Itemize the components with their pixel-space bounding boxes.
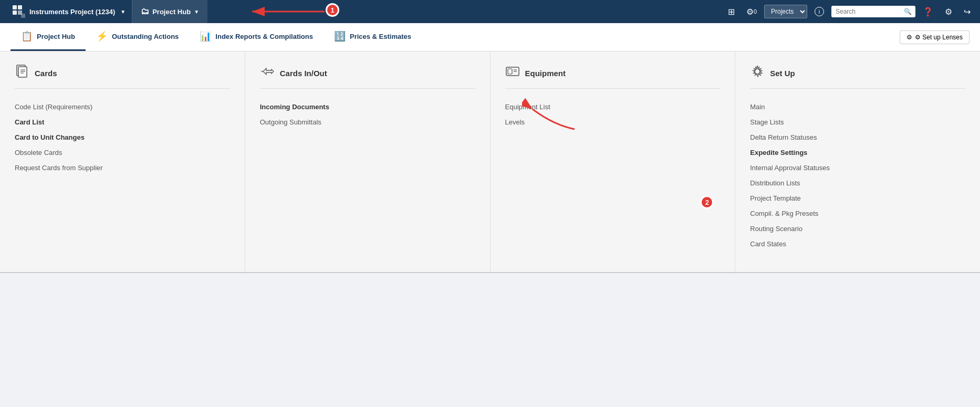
search-box[interactable]: 🔍	[831, 6, 915, 17]
top-nav: Instruments Project (1234) ▼ 🗂 Project H…	[0, 0, 980, 23]
search-icon: 🔍	[904, 8, 912, 15]
cards-col-header: Cards	[15, 64, 230, 89]
subnav-prices-estimates[interactable]: 🔢 Prices & Estimates	[324, 23, 422, 51]
subnav-project-hub-label: Project Hub	[37, 33, 75, 40]
svg-rect-4	[21, 14, 25, 18]
cards-inout-col-title: Cards In/Out	[280, 69, 327, 78]
project-hub-nav-btn[interactable]: 🗂 Project Hub ▼	[132, 0, 207, 23]
menu-link-card-unit-changes[interactable]: Card to Unit Changes	[15, 130, 230, 145]
grid-icon: ⊞	[728, 7, 735, 17]
subnav-outstanding-actions[interactable]: ⚡ Outstanding Actions	[86, 23, 189, 51]
mega-menu-body: Cards Code List (Requirements) Card List…	[0, 51, 980, 272]
menu-link-code-list[interactable]: Code List (Requirements)	[15, 99, 230, 114]
equipment-col-icon	[505, 64, 520, 82]
menu-link-distribution-lists[interactable]: Distribution Lists	[750, 175, 965, 191]
menu-col-cards-inout: Cards In/Out Incoming Documents Outgoing…	[245, 51, 491, 272]
menu-link-internal-approval[interactable]: Internal Approval Statuses	[750, 160, 965, 175]
logout-icon-btn[interactable]: ↪	[960, 5, 975, 19]
svg-rect-0	[13, 5, 17, 9]
svg-rect-14	[508, 69, 512, 74]
equipment-col-header: Equipment	[505, 64, 721, 89]
subnav-project-hub[interactable]: 📋 Project Hub	[11, 23, 86, 51]
help-icon: ❓	[923, 7, 933, 17]
menu-col-setup: Set Up Main Stage Lists Delta Return Sta…	[735, 51, 980, 272]
prices-icon: 🔢	[334, 30, 346, 42]
menu-link-card-list[interactable]: Card List	[15, 114, 230, 130]
setup-lenses-icon: ⚙	[906, 34, 912, 41]
svg-rect-2	[13, 11, 17, 15]
project-dropdown-icon[interactable]: ▼	[120, 9, 126, 15]
logout-icon: ↪	[964, 7, 971, 17]
info-icon: i	[815, 7, 824, 16]
menu-link-main[interactable]: Main	[750, 99, 965, 114]
logo-area: Instruments Project (1234) ▼	[5, 0, 132, 23]
menu-link-project-template[interactable]: Project Template	[750, 191, 965, 206]
gear-icon: ⚙	[746, 7, 754, 17]
subnav-index-reports-label: Index Reports & Compilations	[215, 33, 313, 40]
menu-link-request-cards[interactable]: Request Cards from Supplier	[15, 160, 230, 175]
cards-inout-col-icon	[260, 64, 275, 82]
menu-link-card-states[interactable]: Card States	[750, 236, 965, 252]
menu-col-cards: Cards Code List (Requirements) Card List…	[0, 51, 245, 272]
svg-rect-1	[18, 5, 22, 9]
settings-count: 0	[754, 8, 757, 15]
menu-link-incoming-docs[interactable]: Incoming Documents	[260, 99, 475, 114]
equipment-col-title: Equipment	[525, 69, 566, 78]
menu-link-levels[interactable]: Levels	[505, 114, 721, 130]
settings-count-btn[interactable]: ⚙ 0	[742, 5, 761, 19]
user-settings-icon: ⚙	[945, 7, 952, 17]
subnav-outstanding-actions-label: Outstanding Actions	[112, 33, 179, 40]
cards-col-icon	[15, 64, 29, 82]
lightning-icon: ⚡	[96, 30, 108, 42]
grid-icon-btn[interactable]: ⊞	[724, 5, 739, 19]
setup-col-title: Set Up	[770, 69, 795, 78]
menu-link-obsolete-cards[interactable]: Obsolete Cards	[15, 145, 230, 160]
mega-menu: 📋 Project Hub ⚡ Outstanding Actions 📊 In…	[0, 23, 980, 273]
menu-link-delta-return[interactable]: Delta Return Statuses	[750, 130, 965, 145]
menu-link-routing-scenario[interactable]: Routing Scenario	[750, 221, 965, 236]
info-icon-btn[interactable]: i	[810, 5, 828, 18]
setup-col-header: Set Up	[750, 64, 965, 89]
user-settings-icon-btn[interactable]: ⚙	[941, 5, 956, 19]
cards-inout-col-header: Cards In/Out	[260, 64, 475, 89]
annotation-2: 2	[700, 195, 714, 209]
menu-link-equipment-list[interactable]: Equipment List	[505, 99, 721, 114]
projects-select[interactable]: Projects	[764, 5, 807, 18]
reports-icon: 📊	[200, 30, 211, 42]
project-hub-icon: 📋	[21, 30, 33, 42]
help-icon-btn[interactable]: ❓	[919, 5, 937, 19]
app-logo-icon	[12, 4, 26, 19]
project-name: Instruments Project (1234)	[29, 8, 115, 16]
menu-link-compil-pkg[interactable]: Compil. & Pkg Presets	[750, 206, 965, 221]
svg-rect-8	[18, 67, 27, 77]
subnav-prices-label: Prices & Estimates	[350, 33, 411, 40]
subnav-index-reports[interactable]: 📊 Index Reports & Compilations	[189, 23, 324, 51]
mega-menu-subnav: 📋 Project Hub ⚡ Outstanding Actions 📊 In…	[0, 23, 980, 51]
menu-link-stage-lists[interactable]: Stage Lists	[750, 114, 965, 130]
menu-col-equipment: Equipment Equipment List Levels 2	[491, 51, 736, 272]
project-hub-dropdown-icon: ▼	[194, 9, 199, 15]
setup-col-icon	[750, 64, 765, 82]
menu-link-expedite-settings[interactable]: Expedite Settings	[750, 145, 965, 160]
nav-right: ⊞ ⚙ 0 Projects i 🔍 ❓ ⚙ ↪	[724, 5, 975, 19]
project-hub-nav-icon: 🗂	[141, 7, 149, 16]
menu-link-outgoing-submittals[interactable]: Outgoing Submittals	[260, 114, 475, 130]
project-hub-nav-label: Project Hub	[152, 8, 191, 16]
cards-col-title: Cards	[35, 69, 57, 78]
setup-lenses-btn[interactable]: ⚙ ⚙ Set up Lenses	[900, 30, 969, 44]
search-input[interactable]	[836, 8, 904, 15]
setup-lenses-label: ⚙ Set up Lenses	[915, 34, 963, 41]
